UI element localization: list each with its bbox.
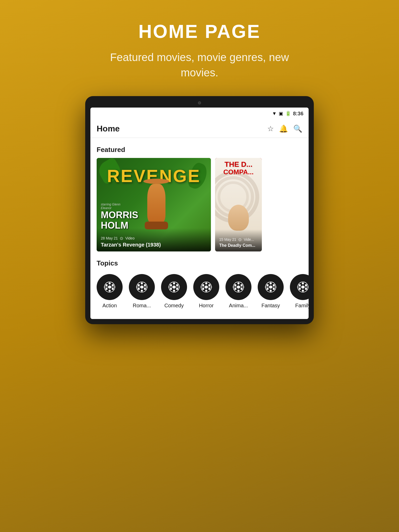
svg-point-49 [267, 284, 269, 286]
topics-section-title: Topics [90, 257, 309, 271]
signal-icon: ▣ [279, 111, 283, 116]
topic-circle-action [97, 274, 123, 300]
page-title: HOME PAGE [109, 21, 290, 42]
topic-animation[interactable]: Anima... [225, 274, 251, 309]
svg-point-33 [202, 288, 204, 290]
svg-point-3 [109, 290, 111, 292]
topics-row: Action [90, 271, 309, 311]
svg-point-13 [138, 284, 140, 286]
svg-point-5 [112, 284, 114, 286]
svg-point-38 [237, 282, 240, 284]
topic-circle-family [290, 274, 309, 300]
svg-point-60 [299, 288, 301, 290]
svg-point-56 [302, 282, 304, 284]
topic-fantasy[interactable]: Fantasy [258, 274, 284, 309]
deadly-title-art: THE D... COMPA... [215, 161, 262, 176]
svg-point-41 [241, 284, 243, 286]
search-icon[interactable]: 🔍 [293, 124, 302, 133]
page-subtitle: Featured movies, movie genres, new movie… [109, 50, 290, 81]
svg-point-12 [141, 290, 143, 292]
tarzan-movie-card[interactable]: REVENGE starring Glenn Eleanor [97, 158, 211, 251]
svg-point-52 [273, 288, 275, 290]
svg-point-2 [109, 282, 111, 284]
svg-point-23 [176, 284, 178, 286]
deadly-info-overlay: 15 May 21 ⊙ Vide... The Deadly Com... [215, 229, 262, 251]
app-bar-actions: ☆ 🔔 🔍 [267, 124, 302, 133]
content-area: Featured REVENGE [90, 138, 309, 319]
deadly-date: 15 May 21 [219, 237, 236, 242]
topic-label-family: Family [295, 303, 309, 309]
film-reel-icon-family [296, 280, 309, 294]
star-icon[interactable]: ☆ [267, 124, 274, 133]
svg-point-21 [173, 290, 175, 292]
topic-circle-romance [129, 274, 155, 300]
topic-horror[interactable]: Horror [193, 274, 219, 309]
svg-point-50 [273, 284, 275, 286]
deadly-movie-card[interactable]: THE D... COMPA... 15 May 21 ⊙ Vide... [215, 158, 262, 251]
film-reel-icon-romance [135, 280, 149, 294]
svg-point-30 [205, 290, 207, 292]
svg-point-20 [173, 282, 175, 284]
featured-row: REVENGE starring Glenn Eleanor [90, 158, 309, 251]
tarzan-play-icon: ⊙ [120, 236, 123, 241]
svg-point-11 [141, 282, 143, 284]
film-reel-icon-action [103, 280, 117, 294]
notification-icon[interactable]: 🔔 [279, 124, 288, 133]
svg-point-51 [267, 288, 269, 290]
svg-point-7 [112, 288, 114, 290]
deadly-type: Vide... [244, 237, 254, 242]
deadly-play-icon: ⊙ [238, 237, 242, 242]
svg-point-43 [241, 288, 243, 290]
svg-rect-62 [297, 286, 309, 288]
svg-point-4 [105, 284, 108, 286]
topic-label-fantasy: Fantasy [261, 303, 280, 309]
svg-point-15 [138, 288, 140, 290]
page-header: HOME PAGE Featured movies, movie genres,… [98, 0, 301, 96]
svg-rect-53 [265, 286, 277, 288]
tarzan-meta: 28 May 21 ⊙ Video [101, 236, 207, 241]
battery-icon: 🔋 [285, 111, 291, 116]
app-bar: Home ☆ 🔔 🔍 [90, 120, 309, 138]
svg-point-34 [208, 288, 210, 290]
wifi-icon: ▼ [272, 111, 277, 116]
featured-section-title: Featured [90, 143, 309, 158]
tarzan-type: Video [125, 236, 135, 240]
svg-point-29 [205, 282, 207, 284]
topic-comedy[interactable]: Comedy [161, 274, 187, 309]
tarzan-date: 28 May 21 [101, 236, 118, 240]
topic-circle-comedy [161, 274, 187, 300]
topic-label-comedy: Comedy [164, 303, 184, 309]
deadly-meta: 15 May 21 ⊙ Vide... [219, 237, 258, 242]
tarzan-title: Tarzan's Revenge (1938) [101, 242, 207, 248]
tarzan-info-overlay: 28 May 21 ⊙ Video Tarzan's Revenge (1938… [97, 228, 211, 251]
svg-point-57 [302, 290, 304, 292]
svg-point-47 [270, 282, 272, 284]
svg-rect-44 [232, 286, 244, 288]
topic-circle-fantasy [258, 274, 284, 300]
topics-section: Topics [90, 251, 309, 314]
svg-point-39 [237, 290, 240, 292]
tablet-device: ▼ ▣ 🔋 8:36 Home ☆ 🔔 🔍 Featured [85, 96, 314, 324]
topic-circle-horror [193, 274, 219, 300]
topic-circle-animation [225, 274, 251, 300]
topic-romance[interactable]: Roma... [129, 274, 155, 309]
tablet-camera [198, 101, 201, 104]
svg-rect-35 [200, 286, 212, 288]
topic-label-animation: Anima... [229, 303, 248, 309]
topic-family[interactable]: Family [290, 274, 309, 309]
svg-point-48 [270, 290, 272, 292]
svg-point-25 [176, 288, 178, 290]
featured-section: Featured REVENGE [90, 143, 309, 251]
svg-point-61 [305, 288, 307, 290]
topic-action[interactable]: Action [97, 274, 123, 309]
film-reel-icon-animation [231, 280, 245, 294]
svg-point-16 [144, 288, 146, 290]
svg-point-14 [144, 284, 146, 286]
svg-point-42 [234, 288, 236, 290]
svg-point-58 [299, 284, 301, 286]
svg-point-6 [105, 288, 108, 290]
time-display: 8:36 [293, 111, 303, 117]
topic-label-action: Action [102, 303, 117, 309]
svg-point-22 [170, 284, 172, 286]
svg-point-59 [305, 284, 307, 286]
